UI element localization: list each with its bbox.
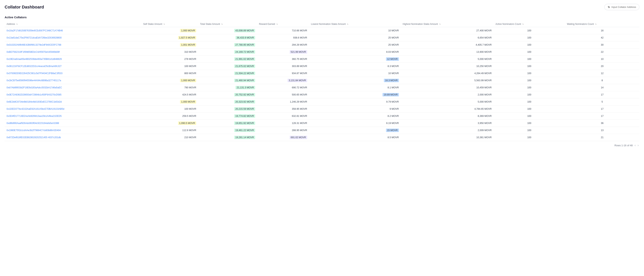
- highest-nomination-cell: 5,000 MOVR: [401, 56, 494, 63]
- total-stake-cell: 21,460.94 MOVR: [198, 77, 257, 84]
- self-stake-cell: 800 MOVR: [141, 70, 198, 77]
- collator-address-link[interactable]: 0x0612187bCF12Ed8322D2cc4eacaO5cBAaA6fc3…: [6, 65, 62, 67]
- total-stake-cell: 21,131.3 MOVR: [198, 84, 257, 91]
- highest-nomination-cell: 5,000 MOVR: [401, 98, 494, 105]
- active-nominators-cell: 100: [494, 84, 565, 91]
- sort-icon-address: ⇅: [16, 23, 18, 25]
- self-stake-cell: 424.5 MOVR: [141, 91, 198, 98]
- self-stake-cell: 100 MOVR: [141, 63, 198, 70]
- highest-nomination-cell: 13,900 MOVR: [401, 48, 494, 56]
- waiting-nominators-cell: 30: [565, 41, 640, 48]
- sort-icon-highest: ⇅: [439, 23, 441, 25]
- input-collator-address-button[interactable]: Input Collator Address: [604, 4, 640, 10]
- lowest-nomination-cell: 15 MOVR: [309, 127, 401, 134]
- table-row: 0xBD7562319F1f0fd658E0cC4Af5970eA45946b0…: [4, 48, 640, 56]
- active-nominators-cell: 100: [494, 70, 565, 77]
- lowest-nomination-cell: 10 MOVR: [309, 27, 401, 34]
- active-nominators-cell: 100: [494, 91, 565, 98]
- collator-address-link[interactable]: 0x0E72A8362D28650dA72864b1cf00F6A5270cD5…: [6, 93, 62, 96]
- highest-nomination-cell: 10,459 MOVR: [401, 84, 494, 91]
- collator-address-link[interactable]: 0x1980E75f1b1cdAAe3b2f79664C7cb83b86A3D4…: [6, 129, 61, 132]
- self-stake-cell: 1,000 MOVR: [141, 77, 198, 84]
- lowest-nomination-cell: 8.03 MOVR: [309, 48, 401, 56]
- total-stake-cell: 19,651.92 MOVR: [198, 120, 257, 127]
- lowest-nomination-cell: 8.5 MOVR: [309, 134, 401, 141]
- highest-nomination-cell: 8,369 MOVR: [401, 113, 494, 120]
- col-reward-earned[interactable]: Reward Earned ⇅: [257, 21, 309, 27]
- highest-nomination-cell: 4,405.7 MOVR: [401, 41, 494, 48]
- collator-address-link[interactable]: 0x6E2b8C8734e9b0184e4b0193EeEC2790C1bf2d…: [6, 100, 62, 103]
- lowest-nomination-cell: 16.3 MOVR: [309, 77, 401, 84]
- total-stake-cell: 20,215.59 MOVR: [198, 105, 257, 113]
- col-waiting-nominators[interactable]: Waiting Nominators Count ⇅: [565, 21, 640, 27]
- waiting-nominators-cell: 8: [565, 77, 640, 84]
- collator-address-link[interactable]: 0xBD7562319F1f0fd658E0cC4Af5970eA45946b0…: [6, 51, 60, 53]
- next-page-button[interactable]: ›: [638, 144, 638, 147]
- waiting-nominators-cell: 21: [565, 134, 640, 141]
- sort-icon-waiting: ⇅: [595, 23, 596, 25]
- sort-icon-total-stake: ⇅: [221, 23, 223, 25]
- waiting-nominators-cell: 14: [565, 84, 640, 91]
- collators-table: Address ⇅ Self Stake Amount ⇅ Total Stak…: [4, 21, 640, 141]
- collator-address-link[interactable]: 0xd8b890Aaaf926Adc863f04c9223164afa5eA33…: [6, 122, 59, 125]
- col-active-nominators[interactable]: Active Nominators Count ⇅: [494, 21, 565, 27]
- lowest-nomination-cell: 8.1 MOVR: [309, 84, 401, 91]
- total-stake-cell: 19,461.22 MOVR: [198, 127, 257, 134]
- active-nominators-cell: 100: [494, 120, 565, 127]
- reward-earned-cell: 288.95 MOVR: [257, 127, 309, 134]
- lowest-nomination-cell: 9 MOVR: [309, 105, 401, 113]
- active-nominators-cell: 100: [494, 98, 565, 105]
- active-nominators-cell: 100: [494, 77, 565, 84]
- table-row: 0x1DED377bc421DAaE92A161A5bcE7DBA19133AB…: [4, 105, 640, 113]
- collator-address-link[interactable]: 0x010202A6f849E42B6f9613279e2dF840CE5FC7…: [6, 43, 61, 46]
- lowest-nomination-cell: 9.79 MOVR: [309, 98, 401, 105]
- col-highest-nomination[interactable]: Highest Nomination Stake Amount ⇅: [401, 21, 494, 27]
- header-row: Address ⇅ Self Stake Amount ⇅ Total Stak…: [4, 21, 640, 27]
- col-lowest-nomination[interactable]: Lowest Nomination Stake Amount ⇅: [309, 21, 401, 27]
- total-stake-cell: 19,774.82 MOVR: [198, 113, 257, 120]
- lowest-nomination-cell: 25 MOVR: [309, 34, 401, 41]
- collator-address-link[interactable]: 0x10a2F17d8150B76359e9CEd567FC348C71A74B…: [6, 29, 63, 32]
- highest-nomination-cell: 10,381 MOVR: [401, 134, 494, 141]
- collator-address-link[interactable]: 0x13a61daC75e2F66721dcaEdA726be1E6369288…: [6, 36, 62, 39]
- collator-address-link[interactable]: 0x19EAa6Aae65e4B02539de493a735B81d1d8488…: [6, 58, 62, 60]
- reward-earned-cell: 1,246.29 MOVR: [257, 98, 309, 105]
- self-stake-cell: 259.5 MOVR: [141, 113, 198, 120]
- table-row: 0xd8b890Aaaf926Adc863f04c9223164afa5eA33…: [4, 120, 640, 127]
- collator-address-link[interactable]: 0x2bCB75e8590f945596e44A94c6B9Ba32774511…: [6, 79, 61, 82]
- waiting-nominators-cell: 10: [565, 56, 640, 63]
- active-nominators-cell: 100: [494, 56, 565, 63]
- active-nominators-cell: 100: [494, 27, 565, 34]
- active-nominators-cell: 100: [494, 134, 565, 141]
- total-stake-cell: 27,780.95 MOVR: [198, 41, 257, 48]
- self-stake-cell: 1,000 MOVR: [141, 98, 198, 105]
- total-stake-cell: 43,008.89 MOVR: [198, 27, 257, 34]
- section-title: Active Collators: [4, 15, 640, 19]
- page-wrapper: Collator Dashboard Input Collator Addres…: [0, 0, 644, 276]
- collator-address-link[interactable]: 0x37006DD9D226425C901c5d7F9434C2FB8aC3f5…: [6, 72, 62, 75]
- prev-page-button[interactable]: ‹: [634, 144, 636, 147]
- collator-address-link[interactable]: 0x872Def818fE02EB828028202521455 4037c20…: [6, 136, 61, 139]
- table-header: Address ⇅ Self Stake Amount ⇅ Total Stak…: [4, 21, 640, 27]
- collator-address-link[interactable]: 0x3D4fD17713EEAeAb926fd13aa15b1A4fea21DE…: [6, 115, 62, 117]
- reward-earned-cell: 500.65 MOVR: [257, 91, 309, 98]
- collator-address-link[interactable]: 0xb7Ab89933d2F16E6d183aAdcc5032bA17d6a5a…: [6, 86, 62, 89]
- collator-address-link[interactable]: 0x1DED377bc421DAaE92A161A5bcE7DBA19133AB…: [6, 108, 64, 110]
- waiting-nominators-cell: 17: [565, 91, 640, 98]
- waiting-nominators-cell: 17: [565, 113, 640, 120]
- reward-earned-cell: 128.31 MOVR: [257, 120, 309, 127]
- total-stake-cell: 19,281.14 MOVR: [198, 134, 257, 141]
- table-container: Address ⇅ Self Stake Amount ⇅ Total Stak…: [4, 21, 640, 141]
- self-stake-cell: 310 MOVR: [141, 48, 198, 56]
- col-self-stake[interactable]: Self Stake Amount ⇅: [141, 21, 198, 27]
- reward-earned-cell: 938.6 MOVR: [257, 34, 309, 41]
- lowest-nomination-cell: 12 MOVR: [309, 56, 401, 63]
- table-row: 0x19EAa6Aae65e4B02539de493a735B81d1d8488…: [4, 56, 640, 63]
- self-stake-cell: 278 MOVR: [141, 56, 198, 63]
- pagination-label: Rows 1-16 of 48: [614, 144, 633, 147]
- table-row: 0x010202A6f849E42B6f9613279e2dF840CE5FC7…: [4, 41, 640, 48]
- header: Collator Dashboard Input Collator Addres…: [4, 4, 640, 10]
- lowest-nomination-cell: 25 MOVR: [309, 41, 401, 48]
- col-total-stake[interactable]: Total Stake Amount ⇅: [198, 21, 257, 27]
- col-address[interactable]: Address ⇅: [4, 21, 141, 27]
